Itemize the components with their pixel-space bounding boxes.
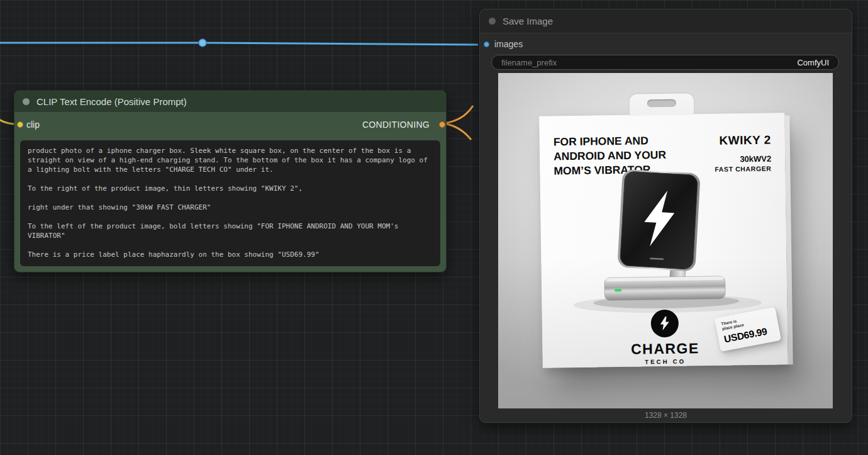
filename-prefix-widget[interactable]: filename_prefix ComfyUI (491, 55, 839, 70)
collapse-dot-icon[interactable] (23, 98, 30, 105)
image-preview: FOR IPHONE AND ANDROID AND YOUR MOM’S VI… (498, 73, 833, 408)
brand-name: CHARGE (596, 339, 734, 358)
lightning-bolt-icon (657, 316, 672, 331)
hang-hole (647, 99, 676, 108)
conditioning-output-label: CONDITIONING (362, 120, 430, 130)
images-input-dot[interactable] (484, 42, 489, 47)
save-node-title: Save Image (503, 16, 553, 26)
save-node-titlebar[interactable]: Save Image (480, 9, 852, 33)
brand-logo-block: CHARGE TECH CO (596, 308, 735, 366)
charging-pad (617, 169, 701, 272)
images-input-slot[interactable]: images (484, 38, 523, 50)
filename-prefix-label: filename_prefix (501, 58, 557, 67)
clip-node-title: CLIP Text Encode (Positive Prompt) (36, 96, 187, 107)
hang-tab (630, 93, 694, 115)
conditioning-output-dot[interactable] (439, 121, 445, 128)
clip-node-titlebar[interactable]: CLIP Text Encode (Positive Prompt) (14, 91, 446, 112)
collapse-dot-icon[interactable] (489, 18, 496, 25)
node-clip-text-encode[interactable]: CLIP Text Encode (Positive Prompt) clip … (14, 90, 447, 272)
led-indicator (615, 289, 621, 292)
product-box: FOR IPHONE AND ANDROID AND YOUR MOM’S VI… (539, 113, 788, 368)
product-photo: FOR IPHONE AND ANDROID AND YOUR MOM’S VI… (498, 73, 833, 408)
clip-input-label: clip (26, 120, 40, 130)
prompt-textarea[interactable]: product photo of a iphone charger box. S… (20, 140, 440, 266)
images-input-label: images (494, 39, 523, 49)
brand-logo-circle (651, 310, 679, 338)
node-save-image[interactable]: Save Image images filename_prefix ComfyU… (479, 9, 852, 423)
clip-input-dot[interactable] (17, 121, 23, 128)
filename-prefix-value: ComfyUI (797, 58, 829, 67)
image-dimensions-label: 1328 × 1328 (480, 411, 852, 420)
